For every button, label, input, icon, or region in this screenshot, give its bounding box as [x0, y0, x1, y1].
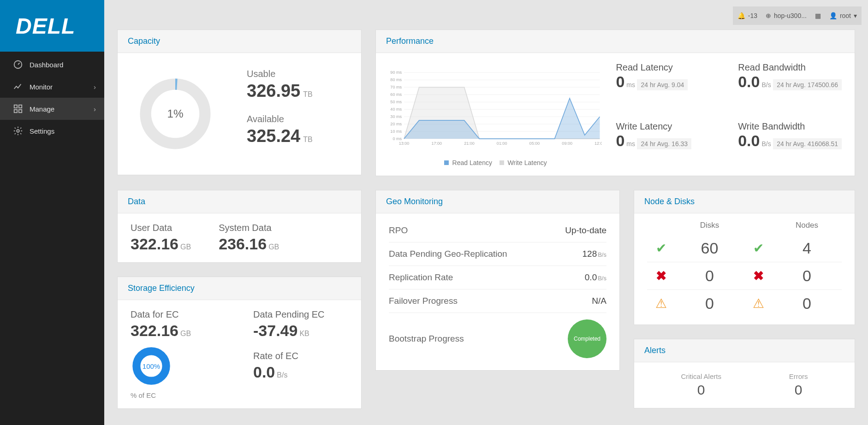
geo-value: Up-to-date [565, 225, 606, 236]
metric-label: System Data [219, 223, 279, 233]
topbar: 🔔 -13 ⊕ hop-u300... ▦ 👤 root ▾ [733, 6, 862, 25]
svg-text:90 ms: 90 ms [390, 70, 402, 75]
legend-swatch-read [444, 160, 449, 165]
stat-label: Read Latency [616, 62, 719, 73]
svg-text:20 ms: 20 ms [390, 122, 402, 126]
metric-value: 236.16 [219, 235, 267, 253]
check-icon: ✔ [744, 241, 772, 256]
nd-bad-row: ✖ 0 ✖ 0 [647, 262, 842, 290]
alerts-count: -13 [748, 12, 757, 19]
chevron-right-icon: › [94, 83, 96, 91]
metric-value: 322.16 [131, 322, 178, 339]
latency-chart-svg: 0 ms10 ms20 ms30 ms40 ms50 ms60 ms70 ms8… [389, 62, 602, 154]
stat-unit: B/s [761, 81, 771, 89]
card-title: Capacity [118, 30, 361, 53]
usable-unit: TB [303, 90, 312, 98]
topbar-help[interactable]: ▦ [815, 12, 821, 19]
topbar-host[interactable]: ⊕ hop-u300... [766, 12, 807, 19]
sidebar-item-monitor[interactable]: Monitor › [0, 76, 104, 98]
metric-value: -37.49 [253, 322, 297, 339]
warning-icon: ⚠ [744, 296, 772, 311]
card-title: Alerts [634, 339, 855, 362]
stat-value: 0.0 [738, 73, 760, 90]
card-title: Node & Disks [634, 190, 855, 213]
nav-label: Settings [30, 127, 54, 135]
node-disks-card: Node & Disks Disks Nodes ✔ 60 ✔ 4 ✖ 0 [634, 190, 855, 325]
svg-text:80 ms: 80 ms [390, 77, 402, 82]
check-icon: ✔ [647, 241, 675, 256]
legend-write: Write Latency [507, 159, 547, 166]
stat-label: Read Bandwidth [738, 62, 842, 73]
sidebar-item-manage[interactable]: Manage › [0, 98, 104, 120]
sidebar: DELL Dashboard Monitor › Manage › Settin… [0, 0, 104, 425]
read-bandwidth-stat: Read Bandwidth 0.0B/s 24 hr Avg. 174500.… [738, 62, 842, 107]
geo-rate-row: Replication Rate 0.0B/s [389, 266, 606, 289]
metric-label: Critical Alerts [681, 372, 721, 380]
geo-value: N/A [592, 296, 606, 306]
metric-unit: GB [180, 330, 191, 337]
brand-logo: DELL [16, 13, 75, 39]
svg-text:0 ms: 0 ms [392, 136, 402, 141]
completed-badge: Completed [568, 319, 606, 358]
cross-icon: ✖ [744, 268, 772, 283]
warning-icon: ⚠ [647, 296, 675, 311]
ec-donut: 100% [131, 345, 172, 387]
legend-swatch-write [499, 160, 504, 165]
svg-text:21:00: 21:00 [464, 141, 475, 146]
nodes-bad-count: 0 [772, 267, 842, 285]
ec-donut-pct: 100% [143, 362, 160, 370]
grid-icon [13, 104, 23, 114]
sidebar-item-dashboard[interactable]: Dashboard [0, 53, 104, 76]
legend-read: Read Latency [452, 159, 492, 166]
metric-unit: GB [268, 243, 279, 251]
nd-warn-row: ⚠ 0 ⚠ 0 [647, 290, 842, 317]
chart-legend: Read Latency Write Latency [389, 159, 602, 166]
chevron-right-icon: › [94, 105, 96, 113]
rate-of-ec-metric: Rate of EC 0.0B/s [253, 351, 348, 381]
card-title: Geo Monitoring [376, 190, 619, 213]
geo-value: 0.0 [585, 272, 597, 282]
geo-value: 128 [583, 249, 597, 259]
topbar-alerts[interactable]: 🔔 -13 [737, 12, 757, 19]
usable-value: 326.95 [247, 81, 300, 100]
disks-warn-count: 0 [675, 295, 744, 313]
svg-point-5 [17, 130, 19, 132]
stat-avg: 24 hr Avg. 416068.51 [773, 138, 842, 149]
stat-value: 0 [616, 132, 624, 149]
capacity-stats: Usable 326.95TB Available 325.24TB [247, 69, 313, 159]
data-for-ec-metric: Data for EC 322.16GB [131, 309, 226, 340]
topbar-user[interactable]: 👤 root ▾ [829, 12, 857, 19]
svg-text:50 ms: 50 ms [390, 100, 402, 104]
metric-unit: KB [299, 330, 309, 337]
svg-text:13:00: 13:00 [399, 141, 410, 146]
usable-label: Usable [247, 69, 313, 79]
capacity-card: Capacity 1% Usable 326.95TB Available 32… [117, 30, 362, 175]
storage-efficiency-card: Storage Efficiency Data for EC 322.16GB … [117, 277, 362, 409]
nav-label: Manage [30, 105, 54, 113]
bell-icon: 🔔 [737, 12, 745, 19]
metric-label: Data Pending EC [253, 309, 348, 320]
read-latency-stat: Read Latency 0ms 24 hr Avg. 9.04 [616, 62, 719, 107]
sidebar-item-settings[interactable]: Settings [0, 120, 104, 142]
svg-text:60 ms: 60 ms [390, 92, 402, 97]
svg-rect-3 [14, 110, 17, 112]
nodes-header: Nodes [772, 221, 842, 230]
svg-text:12:00: 12:00 [595, 141, 602, 146]
svg-text:17:00: 17:00 [431, 141, 442, 146]
stat-unit: B/s [761, 140, 771, 148]
nodes-ok-count: 4 [772, 239, 842, 257]
svg-rect-4 [19, 110, 22, 112]
svg-text:40 ms: 40 ms [390, 107, 402, 112]
nodes-warn-count: 0 [772, 295, 842, 313]
svg-text:30 ms: 30 ms [390, 114, 402, 119]
user-label: root [840, 12, 851, 19]
host-label: hop-u300... [774, 12, 807, 19]
main-content: Capacity 1% Usable 326.95TB Available 32… [104, 0, 868, 425]
geo-bootstrap-row: Bootstrap Progress Completed [389, 313, 606, 365]
metric-unit: B/s [277, 371, 287, 379]
nav-label: Monitor [30, 83, 53, 91]
gear-icon [13, 126, 23, 136]
svg-text:10 ms: 10 ms [390, 129, 402, 134]
stat-unit: ms [626, 81, 635, 89]
metric-value: 0 [789, 382, 808, 398]
